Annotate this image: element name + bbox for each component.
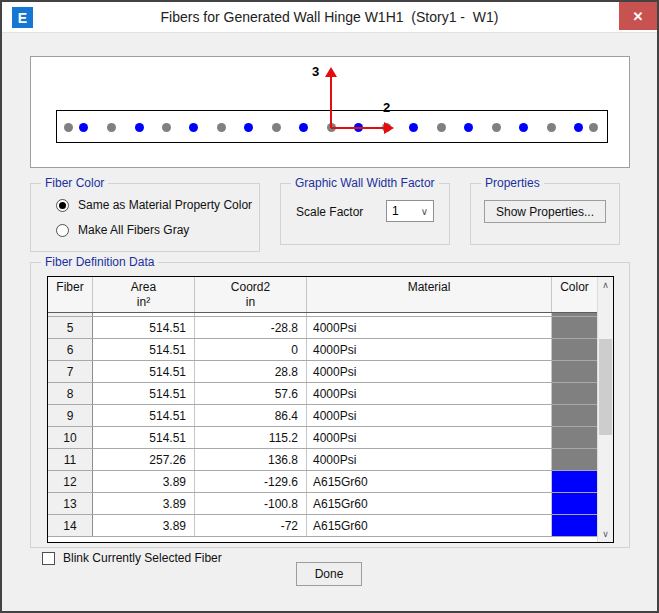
fiber-dot-gray xyxy=(589,123,598,132)
material-cell[interactable]: A615Gr60 xyxy=(307,493,552,514)
area-cell[interactable]: 3.89 xyxy=(93,471,195,492)
row-header-cell[interactable]: 8 xyxy=(48,383,93,404)
material-cell[interactable]: 4000Psi xyxy=(307,427,552,448)
coord2-cell[interactable]: 115.2 xyxy=(195,427,307,448)
area-cell[interactable]: 514.51 xyxy=(93,383,195,404)
color-swatch[interactable] xyxy=(552,427,597,448)
table-row: 11257.26136.84000Psi xyxy=(48,449,613,471)
area-cell[interactable]: 514.51 xyxy=(93,317,195,338)
row-header-cell[interactable]: 12 xyxy=(48,471,93,492)
area-cell[interactable]: 514.51 xyxy=(93,405,195,426)
chevron-down-icon: ∨ xyxy=(421,206,433,217)
table-row: 5514.51-28.84000Psi xyxy=(48,317,613,339)
material-cell[interactable]: A615Gr60 xyxy=(307,471,552,492)
show-properties-button[interactable]: Show Properties... xyxy=(484,200,606,223)
row-header-cell[interactable]: 5 xyxy=(48,317,93,338)
row-header-cell[interactable]: 7 xyxy=(48,361,93,382)
area-cell[interactable]: 514.51 xyxy=(93,361,195,382)
row-header-cell[interactable]: 9 xyxy=(48,405,93,426)
table-row: 123.89-129.6A615Gr60 xyxy=(48,471,613,493)
row-header-cell[interactable]: 10 xyxy=(48,427,93,448)
scale-factor-dropdown[interactable]: 1 ∨ xyxy=(386,200,434,222)
color-swatch[interactable] xyxy=(552,405,597,426)
row-header-cell[interactable]: 13 xyxy=(48,493,93,514)
scroll-up-icon[interactable]: ∧ xyxy=(598,277,613,293)
fiber-dot-blue xyxy=(244,123,253,132)
table-row: 8514.5157.64000Psi xyxy=(48,383,613,405)
radio-make-all-fibers-gray[interactable]: Make All Fibers Gray xyxy=(56,223,189,237)
fiber-dot-blue xyxy=(135,123,144,132)
color-swatch[interactable] xyxy=(552,317,597,338)
material-cell[interactable]: A615Gr60 xyxy=(307,515,552,536)
fiber-color-group-title: Fiber Color xyxy=(41,176,108,191)
color-swatch[interactable] xyxy=(552,339,597,360)
coord2-cell[interactable]: -129.6 xyxy=(195,471,307,492)
material-cell[interactable]: 4000Psi xyxy=(307,317,552,338)
blink-fiber-label: Blink Currently Selected Fiber xyxy=(63,551,222,565)
row-header-cell[interactable] xyxy=(48,313,93,316)
coord2-cell[interactable]: -100.8 xyxy=(195,493,307,514)
row-header-cell[interactable]: 6 xyxy=(48,339,93,360)
coord2-cell[interactable]: 86.4 xyxy=(195,405,307,426)
area-cell[interactable]: 3.89 xyxy=(93,515,195,536)
radio-same-as-material-color[interactable]: Same as Material Property Color xyxy=(56,198,252,212)
color-swatch[interactable] xyxy=(552,515,597,536)
material-cell[interactable] xyxy=(307,313,552,316)
scroll-down-icon[interactable]: ∨ xyxy=(598,526,613,542)
coord2-cell[interactable]: 28.8 xyxy=(195,361,307,382)
coord2-cell[interactable] xyxy=(195,313,307,316)
axis-3-label: 3 xyxy=(312,64,319,79)
blink-fiber-option[interactable]: Blink Currently Selected Fiber xyxy=(42,551,222,565)
column-header-color: Color xyxy=(552,277,597,312)
area-cell[interactable]: 514.51 xyxy=(93,339,195,360)
radio-label: Same as Material Property Color xyxy=(78,198,252,212)
material-cell[interactable]: 4000Psi xyxy=(307,361,552,382)
area-cell[interactable] xyxy=(93,313,195,316)
row-header-cell[interactable]: 14 xyxy=(48,515,93,536)
row-header-cell[interactable]: 11 xyxy=(48,449,93,470)
material-cell[interactable]: 4000Psi xyxy=(307,339,552,360)
coord2-cell[interactable]: 57.6 xyxy=(195,383,307,404)
material-cell[interactable]: 4000Psi xyxy=(307,405,552,426)
fiber-definition-group-title: Fiber Definition Data xyxy=(41,255,158,270)
coord2-cell[interactable]: -72 xyxy=(195,515,307,536)
coord2-cell[interactable]: 136.8 xyxy=(195,449,307,470)
fiber-dot-blue xyxy=(79,123,88,132)
table-row: 143.89-72A615Gr60 xyxy=(48,515,613,537)
radio-icon[interactable] xyxy=(56,224,69,237)
material-cell[interactable]: 4000Psi xyxy=(307,383,552,404)
axis-2-arrowhead-icon xyxy=(384,122,394,134)
coord2-cell[interactable]: -28.8 xyxy=(195,317,307,338)
color-swatch[interactable] xyxy=(552,493,597,514)
area-cell[interactable]: 257.26 xyxy=(93,449,195,470)
color-swatch[interactable] xyxy=(552,471,597,492)
fiber-dot-blue xyxy=(299,123,308,132)
close-button[interactable]: ✕ xyxy=(619,2,657,30)
color-swatch[interactable] xyxy=(552,361,597,382)
column-header-fiber: Fiber xyxy=(48,277,93,312)
color-swatch[interactable] xyxy=(552,383,597,404)
properties-group: Properties Show Properties... xyxy=(470,183,620,245)
color-swatch[interactable] xyxy=(552,449,597,470)
dialog-title: Fibers for Generated Wall Hinge W1H1 (St… xyxy=(2,2,657,32)
table-row: 10514.51115.24000Psi xyxy=(48,427,613,449)
width-factor-group-title: Graphic Wall Width Factor xyxy=(291,176,439,191)
fiber-dot-blue xyxy=(409,123,418,132)
area-cell[interactable]: 3.89 xyxy=(93,493,195,514)
coord2-cell[interactable]: 0 xyxy=(195,339,307,360)
material-cell[interactable]: 4000Psi xyxy=(307,449,552,470)
table-row: 133.89-100.8A615Gr60 xyxy=(48,493,613,515)
axis-2-label: 2 xyxy=(383,100,390,115)
area-cell[interactable]: 514.51 xyxy=(93,427,195,448)
scrollbar-thumb[interactable] xyxy=(599,339,612,435)
radio-label: Make All Fibers Gray xyxy=(78,223,189,237)
radio-icon[interactable] xyxy=(56,199,69,212)
blink-fiber-checkbox[interactable] xyxy=(42,552,55,565)
fiber-dot-gray xyxy=(272,123,281,132)
axis-2-line xyxy=(331,127,386,129)
color-swatch[interactable] xyxy=(552,313,597,316)
done-button[interactable]: Done xyxy=(296,562,362,586)
fiber-section-canvas: 3 2 xyxy=(30,56,630,168)
table-vertical-scrollbar[interactable]: ∧ ∨ xyxy=(597,277,613,542)
column-label: Coord2 xyxy=(231,280,270,295)
